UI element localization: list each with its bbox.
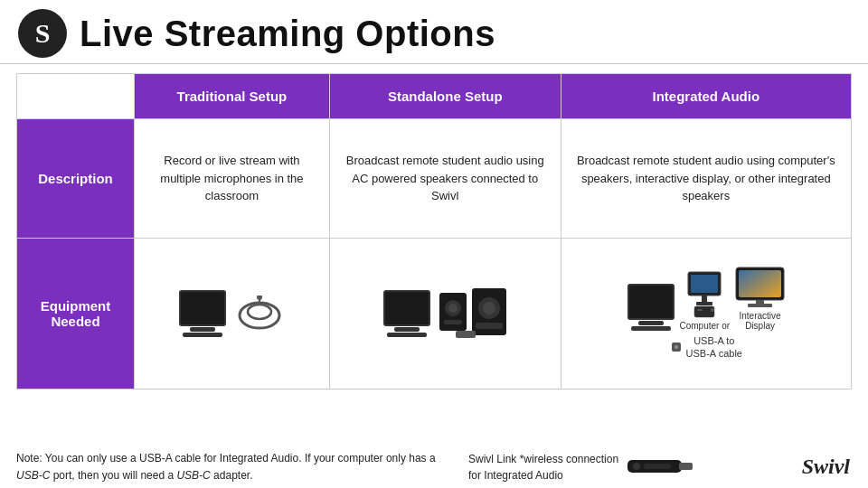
swivl-link-label: Swivl Link *wireless connectionfor Integ… bbox=[468, 453, 618, 482]
computer-display-row: Computer or bbox=[680, 267, 786, 331]
swivl-screen-3 bbox=[627, 284, 675, 320]
svg-rect-15 bbox=[702, 296, 707, 303]
computer-icon bbox=[687, 271, 722, 318]
swivl-base-2 bbox=[394, 327, 420, 332]
swivl-logo-area: Swivl bbox=[802, 455, 850, 479]
interactive-display-group: InteractiveDisplay bbox=[735, 267, 785, 331]
swivl-device-icon bbox=[179, 290, 226, 337]
svg-rect-11 bbox=[476, 323, 503, 329]
speakers-icon bbox=[439, 288, 507, 338]
col-header-traditional: Traditional Setup bbox=[135, 74, 330, 119]
header: S Live Streaming Options bbox=[0, 0, 868, 64]
equip-traditional bbox=[135, 238, 330, 389]
svg-rect-12 bbox=[456, 331, 476, 338]
equipment-label: EquipmentNeeded bbox=[17, 238, 135, 389]
page-title: Live Streaming Options bbox=[80, 14, 495, 54]
swivl-base bbox=[190, 327, 215, 332]
computer-group: Computer or bbox=[680, 271, 731, 331]
svg-point-3 bbox=[257, 296, 262, 300]
swivl-device-standalone bbox=[383, 290, 430, 337]
footer: Note: You can only use a USB-A cable for… bbox=[0, 443, 868, 488]
footer-note: Note: You can only use a USB-A cable for… bbox=[16, 450, 441, 484]
swivl-screen bbox=[179, 290, 226, 326]
equipment-row: EquipmentNeeded bbox=[17, 238, 852, 389]
swivl-device-integrated bbox=[627, 284, 675, 331]
swivl-device-traditional bbox=[179, 290, 226, 337]
description-row: Description Record or live stream with m… bbox=[17, 119, 852, 239]
swivl-device-icon-2 bbox=[383, 290, 430, 337]
svg-point-10 bbox=[483, 302, 495, 314]
logo: S bbox=[18, 9, 67, 58]
computer-label: Computer or bbox=[680, 321, 731, 331]
speakers-group bbox=[439, 288, 507, 338]
usb-cable-label: USB-A toUSB-A cable bbox=[686, 334, 742, 361]
interactive-display-label: InteractiveDisplay bbox=[740, 311, 781, 331]
description-label: Description bbox=[17, 119, 135, 239]
empty-header bbox=[17, 74, 135, 119]
svg-point-1 bbox=[248, 305, 271, 319]
svg-point-6 bbox=[448, 304, 458, 313]
integrated-devices-row: Computer or bbox=[627, 267, 786, 331]
footer-right: Swivl Link *wireless connectionfor Integ… bbox=[468, 450, 852, 483]
svg-rect-18 bbox=[697, 309, 703, 311]
equip-integrated: Computer or bbox=[561, 238, 851, 389]
equip-standalone bbox=[329, 238, 561, 389]
table-container: Traditional Setup Standalone Setup Integ… bbox=[0, 64, 868, 443]
svg-rect-25 bbox=[675, 345, 678, 349]
desc-integrated: Broadcast remote student audio using com… bbox=[561, 119, 851, 239]
swivl-device-icon-3 bbox=[627, 284, 675, 331]
swivl-link-text: Swivl Link *wireless connectionfor Integ… bbox=[468, 450, 618, 483]
svg-rect-14 bbox=[691, 275, 718, 293]
svg-rect-17 bbox=[694, 306, 714, 317]
col-header-integrated: Integrated Audio bbox=[561, 74, 851, 119]
logo-letter: S bbox=[35, 18, 51, 49]
swivl-foot-2 bbox=[387, 333, 427, 337]
mic-cable-icon bbox=[235, 296, 285, 332]
integrated-equipment-images: Computer or bbox=[571, 267, 842, 361]
svg-rect-29 bbox=[644, 464, 671, 469]
swivl-link-row: Swivl Link *wireless connectionfor Integ… bbox=[468, 450, 693, 483]
computer-or-display-group: Computer or bbox=[680, 267, 786, 331]
svg-rect-7 bbox=[444, 320, 462, 324]
swivl-foot bbox=[183, 333, 222, 337]
desc-standalone: Broadcast remote student audio using AC … bbox=[329, 119, 561, 239]
page: S Live Streaming Options Traditional Set… bbox=[0, 0, 868, 488]
usb-icon bbox=[670, 341, 683, 353]
svg-point-0 bbox=[240, 303, 279, 328]
standalone-equipment-images bbox=[339, 284, 552, 343]
col-header-standalone: Standalone Setup bbox=[329, 74, 561, 119]
swivl-logo: Swivl bbox=[802, 455, 850, 479]
svg-rect-16 bbox=[696, 302, 712, 305]
swivl-base-3 bbox=[638, 321, 664, 325]
svg-point-28 bbox=[633, 463, 640, 470]
usb-cable-row: USB-A toUSB-A cable bbox=[670, 334, 742, 361]
svg-rect-23 bbox=[748, 304, 772, 307]
desc-traditional: Record or live stream with multiple micr… bbox=[135, 119, 330, 239]
svg-rect-27 bbox=[679, 463, 693, 470]
header-row: Traditional Setup Standalone Setup Integ… bbox=[17, 74, 852, 119]
swivl-foot-3 bbox=[631, 326, 671, 331]
interactive-display-icon bbox=[735, 267, 785, 308]
comparison-table: Traditional Setup Standalone Setup Integ… bbox=[16, 73, 852, 389]
svg-rect-21 bbox=[739, 270, 781, 297]
svg-point-19 bbox=[711, 308, 714, 312]
swivl-link-dongle-icon bbox=[627, 456, 693, 476]
traditional-equipment-images bbox=[144, 286, 320, 342]
swivl-screen-2 bbox=[383, 290, 430, 326]
mic-cable-group bbox=[235, 296, 285, 332]
